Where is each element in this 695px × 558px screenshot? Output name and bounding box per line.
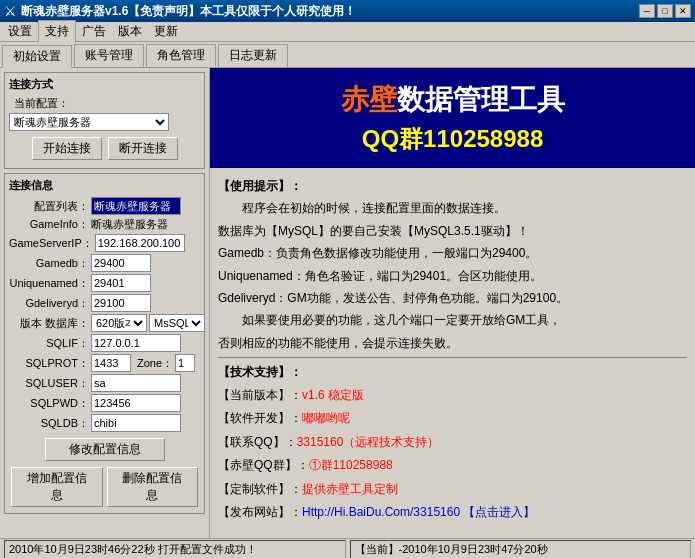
gameinfo-row: GameInfo： 断魂赤壁服务器 — [9, 217, 200, 232]
gamedb-row: Gamedb： — [9, 254, 200, 272]
gameinfo-label: GameInfo： — [9, 217, 89, 232]
hint-line-1: 程序会在初始的时候，连接配置里面的数据连接。 — [218, 198, 687, 218]
hint-line-6: 如果要使用必要的功能，这几个端口一定要开放给GM工具， — [218, 310, 687, 330]
hint-line-4: Uniquenamed：角色名验证，端口为29401。合区功能使用。 — [218, 266, 687, 286]
gameinfo-value: 断魂赤壁服务器 — [91, 217, 168, 232]
sqldb-input[interactable] — [91, 414, 181, 432]
sqldb-row: SQLDB： — [9, 414, 200, 432]
config-list-row: 配置列表： — [9, 197, 200, 215]
current-config-label: 当前配置： — [9, 96, 69, 111]
menu-bar: 设置 支持 广告 版本 更新 — [0, 22, 695, 42]
app-icon: ⚔ — [4, 3, 17, 19]
version-line-5: 【定制软件】：提供赤壁工具定制 — [218, 479, 687, 501]
window-title: 断魂赤壁服务器v1.6【免责声明】本工具仅限于个人研究使用！ — [21, 3, 356, 20]
version-select[interactable]: 620版本 — [91, 314, 147, 332]
version-db-row: 版本 数据库： 620版本 MsSQL库 — [9, 314, 200, 332]
version-db-label: 版本 数据库： — [9, 316, 89, 331]
delete-config-button[interactable]: 删除配置信息 — [107, 467, 199, 507]
title-bar-left: ⚔ 断魂赤壁服务器v1.6【免责声明】本工具仅限于个人研究使用！ — [4, 3, 356, 20]
brand-title-part1: 赤壁 — [341, 81, 397, 119]
gameserverip-label: GameServerIP： — [9, 236, 93, 251]
sqlport-input[interactable] — [91, 354, 131, 372]
status-right: 【当前】-2010年10月9日23时47分20秒 — [350, 540, 692, 558]
gdeliveryd-label: Gdeliveryd： — [9, 296, 89, 311]
brand-title-part2: 数据管理工具 — [397, 81, 565, 119]
config-dropdown[interactable]: 断魂赤壁服务器 — [9, 113, 169, 131]
title-controls[interactable]: ─ □ ✕ — [639, 4, 691, 18]
status-bar: 2010年10月9日23时46分22秒 打开配置文件成功！ 【当前】-2010年… — [0, 538, 695, 558]
sqlpwd-row: SQLPWD： — [9, 394, 200, 412]
sqlport-row: SQLPROT： Zone： — [9, 354, 200, 372]
brand-header: 赤壁 数据管理工具 QQ群110258988 — [210, 68, 695, 168]
close-button[interactable]: ✕ — [675, 4, 691, 18]
disconnect-button[interactable]: 断开连接 — [108, 137, 178, 160]
zone-input[interactable] — [175, 354, 195, 372]
menu-support[interactable]: 支持 — [38, 20, 76, 43]
hint-line-3: Gamedb：负责角色数据修改功能使用，一般端口为29400。 — [218, 243, 687, 263]
version-line-1: 【当前版本】：v1.6 稳定版 — [218, 385, 687, 407]
tab-init[interactable]: 初始设置 — [2, 45, 72, 68]
zone-label: Zone： — [137, 356, 173, 371]
gdeliveryd-row: Gdeliveryd： — [9, 294, 200, 312]
menu-settings[interactable]: 设置 — [2, 21, 38, 42]
sqlif-input[interactable] — [91, 334, 181, 352]
hint-line-2: 数据库为【MySQL】的要自己安装【MySQL3.5.1驱动】！ — [218, 221, 687, 241]
version-line-6: 【发布网站】：Http://Hi.BaiDu.Com/3315160 【点击进入… — [218, 502, 687, 524]
sqlpwd-label: SQLPWD： — [9, 396, 89, 411]
config-dropdown-row: 断魂赤壁服务器 — [9, 113, 200, 131]
connect-buttons: 开始连接 断开连接 — [9, 135, 200, 162]
sqluser-input[interactable] — [91, 374, 181, 392]
msql-select[interactable]: MsSQL库 — [149, 314, 205, 332]
version-info: 【当前版本】：v1.6 稳定版 【软件开发】：嘟嘟哟呢 【联系QQ】：33151… — [218, 385, 687, 525]
gamedb-input[interactable] — [91, 254, 151, 272]
right-content: 【使用提示】： 程序会在初始的时候，连接配置里面的数据连接。 数据库为【MySQ… — [210, 168, 695, 538]
title-bar: ⚔ 断魂赤壁服务器v1.6【免责声明】本工具仅限于个人研究使用！ ─ □ ✕ — [0, 0, 695, 22]
menu-ad[interactable]: 广告 — [76, 21, 112, 42]
version-line-2: 【软件开发】：嘟嘟哟呢 — [218, 408, 687, 430]
sqluser-row: SQLUSER： — [9, 374, 200, 392]
tab-role[interactable]: 角色管理 — [146, 44, 216, 67]
tab-account[interactable]: 账号管理 — [74, 44, 144, 67]
right-panel: 赤壁 数据管理工具 QQ群110258988 【使用提示】： 程序会在初始的时候… — [210, 68, 695, 538]
status-left: 2010年10月9日23时46分22秒 打开配置文件成功！ — [4, 540, 346, 558]
connection-info-title: 连接信息 — [9, 178, 200, 193]
uniquenamed-label: Uniquenamed： — [9, 276, 89, 291]
add-config-button[interactable]: 增加配置信息 — [11, 467, 103, 507]
sqlif-row: SQLIF： — [9, 334, 200, 352]
version-line-3: 【联系QQ】：3315160（远程技术支持） — [218, 432, 687, 454]
sqlport-label: SQLPROT： — [9, 356, 89, 371]
config-list-input[interactable] — [91, 197, 181, 215]
modify-btn-row: 修改配置信息 — [9, 436, 200, 463]
gameserverip-row: GameServerIP： — [9, 234, 200, 252]
divider — [218, 357, 687, 358]
sqlpwd-input[interactable] — [91, 394, 181, 412]
connect-button[interactable]: 开始连接 — [32, 137, 102, 160]
brand-qq: QQ群110258988 — [362, 123, 543, 155]
modify-config-button[interactable]: 修改配置信息 — [45, 438, 165, 461]
hint-line-5: Gdeliveryd：GM功能，发送公告、封停角色功能。端口为29100。 — [218, 288, 687, 308]
uniquenamed-input[interactable] — [91, 274, 151, 292]
maximize-button[interactable]: □ — [657, 4, 673, 18]
gamedb-label: Gamedb： — [9, 256, 89, 271]
uniquenamed-row: Uniquenamed： — [9, 274, 200, 292]
gameserverip-input[interactable] — [95, 234, 185, 252]
toolbar-tabs: 初始设置 账号管理 角色管理 日志更新 — [0, 42, 695, 68]
sqlif-label: SQLIF： — [9, 336, 89, 351]
menu-version[interactable]: 版本 — [112, 21, 148, 42]
menu-update[interactable]: 更新 — [148, 21, 184, 42]
hint-title: 【使用提示】： — [218, 176, 687, 196]
gdeliveryd-input[interactable] — [91, 294, 151, 312]
version-line-4: 【赤壁QQ群】：①群110258988 — [218, 455, 687, 477]
minimize-button[interactable]: ─ — [639, 4, 655, 18]
connect-method-section: 连接方式 当前配置： 断魂赤壁服务器 开始连接 断开连接 — [4, 72, 205, 169]
sqluser-label: SQLUSER： — [9, 376, 89, 391]
config-list-label: 配置列表： — [9, 199, 89, 214]
tab-log[interactable]: 日志更新 — [218, 44, 288, 67]
current-config-row: 当前配置： — [9, 96, 200, 111]
left-panel: 连接方式 当前配置： 断魂赤壁服务器 开始连接 断开连接 连接信息 配置列表： — [0, 68, 210, 538]
hint-line-7: 否则相应的功能不能使用，会提示连接失败。 — [218, 333, 687, 353]
connect-method-title: 连接方式 — [9, 77, 200, 92]
brand-title-container: 赤壁 数据管理工具 — [341, 81, 565, 119]
sqldb-label: SQLDB： — [9, 416, 89, 431]
connection-info-section: 连接信息 配置列表： GameInfo： 断魂赤壁服务器 GameServerI… — [4, 173, 205, 514]
